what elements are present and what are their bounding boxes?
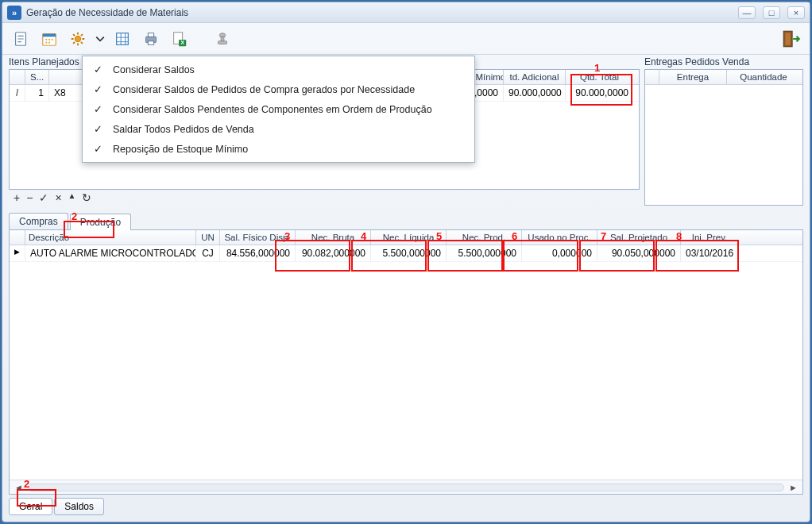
col-tdadicional[interactable]: td. Adicional [504,70,566,84]
svg-rect-4 [117,33,129,44]
col-entrega[interactable]: Entrega [659,70,727,84]
titlebar: » Geração de Necessidade de Materiais — … [2,2,810,23]
calendar-icon[interactable] [37,27,61,51]
row-indicator: I [10,85,25,101]
confirm-button[interactable]: ✓ [39,191,48,204]
prod-col-rowhead [10,230,25,245]
deliveries-label: Entregas Pedidos Venda [644,55,803,69]
production-grid[interactable]: Descrição UN Sal. Físico Disp. Nec. Brut… [9,229,803,495]
table-row[interactable]: ▶ AUTO ALARME MICROCONTROLADO... CJ 84.5… [10,245,802,262]
menu-label: Considerar Saldos de Pedidos de Compra g… [113,84,415,95]
svg-point-3 [75,36,80,41]
svg-rect-6 [148,33,153,37]
minimize-button[interactable]: — [738,6,756,19]
tab-compras[interactable]: Compras [9,213,68,229]
tab-saldos[interactable]: Saldos [54,498,104,515]
cell-usadoproc: 0,000000 [522,245,597,261]
gear-dropdown-arrow[interactable] [95,27,106,51]
mid-tabstrip: Compras Produção [9,210,803,229]
menu-considerar-saldos-pedidos[interactable]: ✓Considerar Saldos de Pedidos de Compra … [83,79,474,99]
prod-col-necliquida[interactable]: Nec. Líquida [371,230,447,245]
menu-saldar-todos-pedidos[interactable]: ✓Saldar Todos Pedidos de Venda [83,119,474,139]
prod-col-un[interactable]: UN [196,230,220,245]
col-rowhead [10,70,25,84]
main-toolbar: X [2,23,810,55]
up-button[interactable]: ▲ [68,191,76,204]
menu-considerar-saldos[interactable]: ✓Considerar Saldos [83,60,474,79]
svg-rect-12 [221,37,224,41]
cell-descricao: AUTO ALARME MICROCONTROLADO... [25,245,196,261]
menu-label: Considerar Saldos [113,64,195,75]
add-row-button[interactable]: + [14,191,20,204]
svg-text:X: X [180,39,184,46]
deliveries-grid[interactable]: Entrega Quantidade [644,69,803,206]
cell-tdadicional: 90.000,0000 [504,85,566,101]
cell-necliquida: 5.500,000000 [371,245,447,261]
scroll-track[interactable] [28,484,784,491]
prod-col-usadoproc[interactable]: Usado no Proc. [522,230,597,245]
menu-reposicao-estoque[interactable]: ✓Reposição de Estoque Mínimo [83,139,474,159]
grid-mini-toolbar: + − ✓ × ▲ ↻ [9,190,640,206]
cell-iniprev: 03/10/2016 [681,245,738,261]
bottom-tabstrip: Geral Saldos [9,495,803,515]
cell-salfisico: 84.556,000000 [220,245,296,261]
col-quantidade[interactable]: Quantidade [727,70,800,84]
exit-icon[interactable] [779,27,803,51]
app-icon: » [7,6,21,20]
prod-col-descricao[interactable]: Descrição [25,230,196,245]
scroll-right-icon[interactable]: ► [789,483,798,492]
settings-dropdown: ✓Considerar Saldos ✓Considerar Saldos de… [82,56,475,163]
prod-col-necbruta[interactable]: Nec. Bruta [296,230,371,245]
svg-rect-15 [785,33,791,44]
gear-icon[interactable] [66,27,90,51]
grid-icon[interactable] [110,27,134,51]
prod-col-necprod[interactable]: Nec. Prod. [447,230,522,245]
prod-col-salfisico[interactable]: Sal. Físico Disp. [220,230,296,245]
close-button[interactable]: × [787,6,805,19]
document-icon[interactable] [9,27,33,51]
cancel-button[interactable]: × [55,191,61,204]
svg-rect-7 [148,40,153,44]
remove-row-button[interactable]: − [26,191,33,204]
menu-label: Reposição de Estoque Mínimo [113,144,248,155]
export-excel-icon[interactable]: X [168,27,191,51]
refresh-button[interactable]: ↻ [82,191,91,204]
deliv-rowhead [645,70,659,84]
maximize-button[interactable]: □ [763,6,780,19]
svg-rect-13 [218,40,227,44]
tab-geral[interactable]: Geral [9,498,52,515]
cell-un: CJ [196,245,220,261]
menu-label: Considerar Saldos Pendentes de Component… [113,104,432,115]
cell-seq: 1 [25,85,49,101]
printer-icon[interactable] [139,27,163,51]
col-qtdtotal[interactable]: Qtd. Total [566,70,633,84]
cell-necbruta: 90.082,000000 [296,245,371,261]
col-seq[interactable]: S... [25,70,49,84]
menu-label: Saldar Todos Pedidos de Venda [113,124,254,135]
tab-producao[interactable]: Produção [70,214,131,230]
menu-considerar-saldos-pendentes[interactable]: ✓Considerar Saldos Pendentes de Componen… [83,99,474,119]
prod-col-iniprev[interactable]: Ini. Prev. [681,230,738,245]
svg-rect-2 [43,33,56,37]
stamp-icon[interactable] [211,27,234,51]
cell-necprod: 5.500,000000 [447,245,522,261]
cell-salprojetado: 90.050,000000 [597,245,681,261]
scroll-left-icon[interactable]: ◄ [14,483,23,492]
row-indicator: ▶ [10,245,25,261]
window-title: Geração de Necessidade de Materiais [26,7,188,18]
horizontal-scrollbar[interactable]: ◄ ► [10,480,802,494]
prod-col-salprojetado[interactable]: Sal. Projetado [597,230,681,245]
cell-qtdtotal: 90.000,0000 [566,85,633,101]
